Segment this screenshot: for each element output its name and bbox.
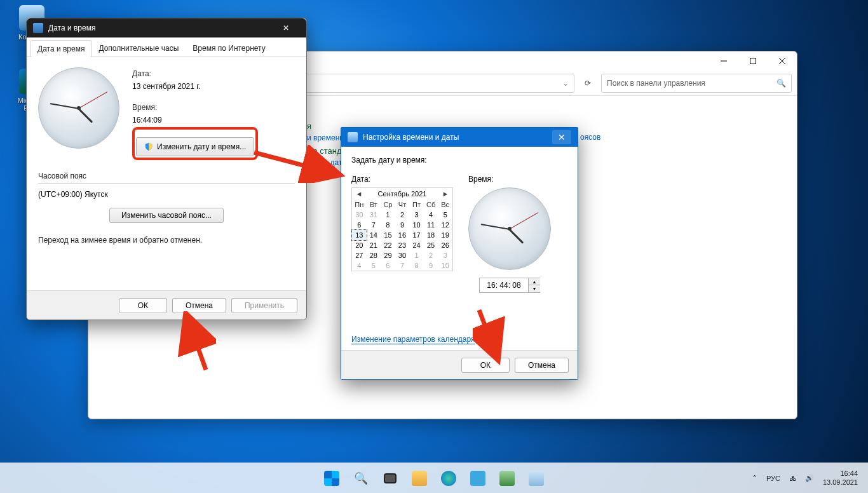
search-icon: 🔍 — [776, 79, 786, 88]
calendar-day[interactable]: 21 — [367, 240, 381, 250]
volume-icon[interactable]: 🔊 — [805, 474, 814, 482]
chevron-down-icon[interactable]: ⌄ — [562, 79, 569, 88]
task-view-button[interactable] — [377, 466, 403, 491]
maximize-button[interactable] — [738, 51, 768, 71]
ok-button[interactable]: ОК — [119, 298, 167, 313]
calendar-day-other-month[interactable]: 4 — [352, 260, 367, 271]
analog-clock — [468, 187, 551, 270]
calendar[interactable]: ◄ Сентябрь 2021 ► ПнВтСрЧтПтСбВс30311234… — [351, 187, 453, 271]
calendar-day[interactable]: 23 — [395, 240, 410, 250]
search-button[interactable]: 🔍 — [348, 466, 374, 491]
calendar-day-other-month[interactable]: 30 — [352, 210, 367, 220]
calendar-day[interactable]: 1 — [381, 210, 395, 220]
time-spin-up[interactable]: ▲ — [529, 278, 540, 285]
calendar-day[interactable]: 24 — [409, 240, 424, 250]
calendar-day-other-month[interactable]: 1 — [409, 250, 424, 260]
close-button[interactable]: ✕ — [272, 24, 300, 32]
calendar-day[interactable]: 30 — [395, 250, 410, 260]
calendar-month-year[interactable]: Сентябрь 2021 — [378, 190, 427, 198]
set-date-time-dialog: Настройка времени и даты ✕ Задать дату и… — [341, 127, 578, 380]
cp-heading: ые станд — [307, 146, 344, 156]
date-time-footer: ОК Отмена Применить — [27, 290, 306, 320]
calendar-day[interactable]: 4 — [424, 210, 438, 220]
time-spin-down[interactable]: ▼ — [529, 285, 540, 292]
calendar-day-other-month[interactable]: 3 — [438, 250, 452, 260]
file-explorer-button[interactable] — [407, 466, 432, 491]
time-spinner[interactable]: ▲ ▼ — [479, 278, 540, 293]
calendar-day[interactable]: 12 — [438, 220, 452, 230]
calendar-day[interactable]: 11 — [424, 220, 438, 230]
control-panel-taskbar-button[interactable] — [494, 466, 520, 491]
tab-additional-clocks[interactable]: Дополнительные часы — [92, 39, 186, 57]
calendar-day[interactable]: 29 — [381, 250, 395, 260]
calendar-prev-button[interactable]: ◄ — [355, 190, 363, 198]
calendar-day-other-month[interactable]: 10 — [438, 260, 452, 271]
shield-icon — [144, 142, 153, 151]
network-icon[interactable]: 🖧 — [789, 475, 796, 482]
set-date-time-titlebar[interactable]: Настройка времени и даты ✕ — [341, 128, 578, 147]
calendar-day[interactable]: 19 — [438, 230, 452, 240]
date-time-titlebar[interactable]: Дата и время ✕ — [27, 18, 306, 37]
calendar-day[interactable]: 25 — [424, 240, 438, 250]
calendar-day[interactable]: 26 — [438, 240, 452, 250]
svg-rect-1 — [750, 58, 756, 64]
calendar-day-other-month[interactable]: 9 — [424, 260, 438, 271]
calendar-day-other-month[interactable]: 8 — [409, 260, 424, 271]
time-label: Время: — [468, 175, 551, 184]
calendar-day[interactable]: 17 — [409, 230, 424, 240]
cp-link[interactable]: оясов — [580, 133, 600, 142]
calendar-day[interactable]: 3 — [409, 210, 424, 220]
close-button[interactable] — [768, 51, 797, 71]
refresh-button[interactable]: ⟳ — [578, 74, 597, 93]
cp-link[interactable]: матов дат — [307, 158, 344, 167]
settings-button[interactable] — [465, 466, 491, 491]
change-timezone-button[interactable]: Изменить часовой пояс... — [109, 208, 224, 223]
calendar-day[interactable]: 5 — [438, 210, 452, 220]
calendar-day-other-month[interactable]: 7 — [395, 260, 410, 271]
time-input[interactable] — [480, 279, 528, 292]
calendar-day[interactable]: 7 — [367, 220, 381, 230]
calendar-day[interactable]: 27 — [352, 250, 367, 260]
calendar-day[interactable]: 9 — [395, 220, 410, 230]
calendar-day[interactable]: 13 — [352, 230, 367, 240]
calendar-settings-link[interactable]: Изменение параметров календаря — [351, 335, 475, 344]
calendar-day[interactable]: 10 — [409, 220, 424, 230]
calendar-day[interactable]: 16 — [395, 230, 410, 240]
taskbar-clock[interactable]: 16:44 13.09.2021 — [823, 469, 858, 487]
calendar-next-button[interactable]: ► — [441, 190, 450, 198]
calendar-day[interactable]: 28 — [367, 250, 381, 260]
apply-button[interactable]: Применить — [231, 298, 297, 313]
calendar-day-other-month[interactable]: 5 — [367, 260, 381, 271]
calendar-day-other-month[interactable]: 6 — [381, 260, 395, 271]
calendar-day-other-month[interactable]: 2 — [424, 250, 438, 260]
cancel-button[interactable]: Отмена — [172, 298, 226, 313]
ok-button[interactable]: ОК — [461, 358, 510, 373]
calendar-day[interactable]: 18 — [424, 230, 438, 240]
language-indicator[interactable]: РУС — [766, 475, 780, 482]
date-time-taskbar-button[interactable] — [524, 466, 549, 491]
calendar-day[interactable]: 2 — [395, 210, 410, 220]
tray-overflow-button[interactable]: ⌃ — [752, 474, 757, 482]
timezone-label: Часовой пояс — [38, 172, 295, 180]
calendar-dow: Пт — [409, 199, 424, 210]
calendar-day[interactable]: 22 — [381, 240, 395, 250]
calendar-day[interactable]: 8 — [381, 220, 395, 230]
change-date-time-button[interactable]: Изменить дату и время... — [136, 137, 254, 156]
calendar-day[interactable]: 15 — [381, 230, 395, 240]
edge-button[interactable] — [436, 466, 461, 491]
tab-internet-time[interactable]: Время по Интернету — [186, 39, 272, 57]
tab-date-time[interactable]: Дата и время — [31, 40, 92, 57]
calendar-day-other-month[interactable]: 31 — [367, 210, 381, 220]
calendar-dow: Сб — [424, 199, 438, 210]
start-button[interactable] — [319, 466, 344, 491]
minimize-button[interactable] — [709, 51, 738, 71]
calendar-day[interactable]: 14 — [367, 230, 381, 240]
calendar-day[interactable]: 20 — [352, 240, 367, 250]
analog-clock — [38, 67, 119, 149]
close-button[interactable]: ✕ — [552, 130, 571, 144]
search-input[interactable]: Поиск в панели управления 🔍 — [601, 74, 792, 93]
calendar-day[interactable]: 6 — [352, 220, 367, 230]
cp-link[interactable]: и времени — [307, 133, 344, 142]
taskbar-center: 🔍 — [319, 466, 549, 491]
cancel-button[interactable]: Отмена — [515, 358, 569, 373]
